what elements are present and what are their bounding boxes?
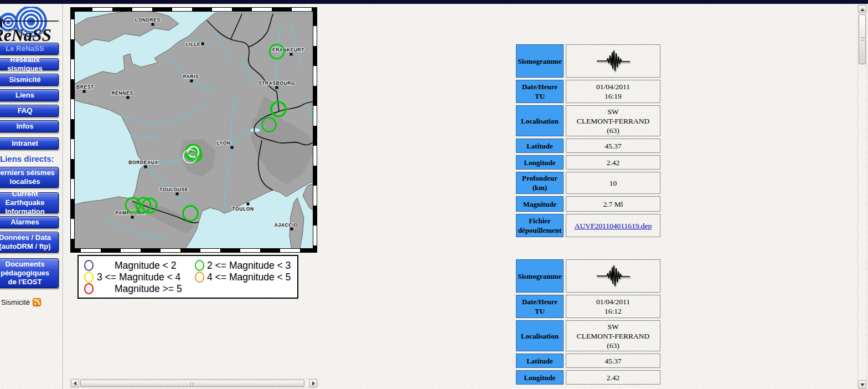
horizontal-scrollbar[interactable]	[70, 378, 318, 388]
row-value-line: 16:12	[604, 306, 622, 316]
svg-text:BORDEAUX: BORDEAUX	[128, 160, 158, 165]
sidebar-item-liens[interactable]: Liens	[0, 89, 59, 101]
scroll-right-button[interactable]	[309, 379, 317, 387]
legend-circle-icon	[84, 283, 94, 294]
scroll-left-button[interactable]	[71, 379, 79, 387]
svg-text:RENNES: RENNES	[111, 90, 133, 96]
rss-icon[interactable]	[33, 298, 41, 306]
row-header-line: Magnitude	[523, 199, 557, 209]
row-value-line: (63)	[607, 126, 619, 135]
svg-text:TOULON: TOULON	[232, 206, 254, 212]
vertical-scrollbar[interactable]	[857, 4, 867, 389]
svg-text:BREST: BREST	[76, 84, 94, 90]
row-header-line: Sismogramme	[518, 57, 561, 66]
table-row: Date/HeureTU01/04/201116:19	[516, 80, 660, 103]
row-header: Sismogramme	[516, 44, 564, 78]
row-value: 2.7 Ml	[566, 196, 660, 212]
legend-label: Magnitude >= 5	[115, 283, 182, 295]
seismogram-waveform-icon	[596, 49, 631, 73]
svg-text:AJACCIO: AJACCIO	[275, 222, 298, 228]
row-header-line: Date/Heure	[522, 297, 557, 306]
row-value: 45.37	[566, 139, 660, 153]
table-row: Latitude45.37	[516, 354, 660, 368]
sidebar-link-donn-es-data[interactable]: Données / Data(autoDRM / ftp)	[0, 232, 59, 253]
sidebar-link-label-line: Derniers séismes	[0, 168, 55, 177]
sidebar-item-faq[interactable]: FAQ	[0, 105, 59, 117]
row-header-line: Date/Heure	[522, 82, 557, 91]
legend-label: 4 <= Magnitude < 5	[207, 272, 291, 283]
svg-text:FRANKFURT: FRANKFURT	[272, 47, 304, 53]
table-row: Profondeur(km)10	[516, 172, 660, 194]
legend-item: Magnitude >= 5	[84, 283, 182, 295]
sidebar-link-label-line: Alarmes	[11, 218, 39, 227]
row-value-line: SW	[607, 322, 618, 331]
row-value-line: 01/04/2011	[596, 297, 630, 306]
sidebar-link-label-line: de l'EOST	[8, 278, 42, 286]
svg-text:STRASBOURG: STRASBOURG	[259, 80, 295, 86]
row-header-line: (km)	[533, 183, 547, 192]
row-value: SWCLEMONT-FERRAND(63)	[566, 105, 660, 136]
row-header-line: Longitude	[524, 158, 555, 167]
sidebar-link-documents[interactable]: Documentspédagogiquesde l'EOST	[0, 258, 59, 288]
sidebar-item-sismicit-[interactable]: Sismicité	[0, 74, 59, 86]
sidebar-link-derniers-s-ismes[interactable]: Derniers séismeslocalisés	[0, 167, 59, 188]
row-header-line: Sismogramme	[518, 272, 561, 281]
row-value-line: 2.42	[607, 373, 620, 382]
event-table-1: SismogrammeDate/HeureTU01/04/201116:19Lo…	[516, 44, 660, 239]
sidebar-link-current-earthquake[interactable]: Current EarthquakeInformation	[0, 192, 59, 213]
table-row: LocalisationSWCLEMONT-FERRAND(63)	[516, 105, 660, 136]
legend-label: Magnitude < 2	[115, 260, 176, 272]
horizontal-scroll-thumb[interactable]	[80, 380, 304, 387]
sidebar-item-infos[interactable]: Infos	[0, 120, 59, 132]
direct-links-header: Liens directs:	[0, 154, 63, 163]
row-value: 45.37	[566, 354, 660, 368]
row-value-line: SW	[607, 107, 618, 116]
svg-text:LONDRES: LONDRES	[135, 17, 161, 23]
frame-divider	[63, 4, 64, 389]
row-value	[566, 44, 660, 78]
sidebar-link-label-line: Documents	[6, 260, 45, 269]
sidebar-item-le-r-nass[interactable]: Le RéNaSS	[0, 43, 59, 55]
row-value-line: 16:19	[604, 91, 622, 101]
row-value-line: CLEMONT-FERRAND	[577, 331, 650, 341]
depouillement-file-link[interactable]: AUVF201104011619.dep	[575, 221, 652, 231]
sidebar-item-intranet[interactable]: Intranet	[0, 137, 59, 150]
row-header-line: Localisation	[521, 331, 559, 341]
table-row: Longitude2.42	[516, 370, 660, 385]
table-row: Longitude2.42	[516, 155, 660, 170]
row-header-line: dépouillement	[518, 226, 562, 235]
row-header-line: TU	[535, 91, 545, 101]
sidebar-item-label: Sismicité	[9, 75, 40, 84]
row-header: Profondeur(km)	[516, 172, 564, 194]
sidebar-item-label: FAQ	[18, 106, 33, 115]
row-value: 10	[566, 172, 660, 194]
row-value-line: 10	[609, 178, 617, 188]
row-header-line: Fichier	[529, 216, 551, 226]
svg-text:LYON: LYON	[216, 140, 230, 146]
row-header: Longitude	[516, 155, 564, 170]
row-header-line: Localisation	[521, 116, 559, 126]
row-value: AUVF201104011619.dep	[566, 214, 660, 237]
legend-label: 3 <= Magnitude < 4	[97, 272, 180, 283]
table-row: Sismogramme	[516, 44, 660, 78]
sidebar-item-r-seaux-sismiques[interactable]: Réseaux sismiques	[0, 58, 59, 70]
legend-circle-icon	[84, 272, 94, 283]
row-header: Date/HeureTU	[516, 80, 564, 103]
top-bar	[0, 0, 868, 4]
row-value: 2.42	[566, 370, 660, 385]
scroll-up-button[interactable]	[858, 5, 866, 13]
row-value	[566, 259, 660, 293]
seismogram-waveform-icon	[596, 264, 631, 288]
legend-item: 2 <= Magnitude < 3	[195, 259, 291, 272]
row-header-line: Profondeur	[522, 173, 557, 183]
sidebar-link-alarmes[interactable]: Alarmes	[0, 216, 59, 228]
legend-item: 3 <= Magnitude < 4	[84, 271, 180, 283]
table-row: FichierdépouillementAUVF201104011619.dep	[516, 214, 660, 237]
row-value: 01/04/201116:19	[566, 80, 660, 103]
legend-item: 4 <= Magnitude < 5	[195, 271, 291, 283]
vertical-scroll-thumb[interactable]	[859, 14, 866, 64]
sidebar-link-label-line: localisés	[10, 177, 40, 186]
sidebar-item-label: Intranet	[12, 139, 38, 148]
renass-logo[interactable]: RéNaSS	[0, 7, 63, 43]
scroll-down-button[interactable]	[858, 380, 866, 388]
